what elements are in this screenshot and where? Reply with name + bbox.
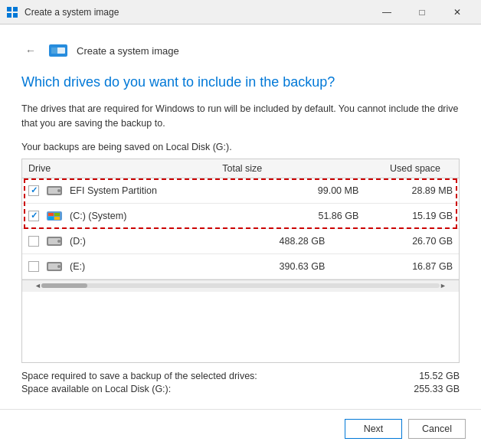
next-button[interactable]: Next — [345, 419, 402, 439]
titlebar-controls: — □ ✕ — [369, 0, 475, 25]
back-button[interactable]: ← — [21, 41, 40, 60]
svg-rect-2 — [7, 13, 11, 18]
scroll-right-arrow[interactable]: ► — [440, 282, 447, 289]
maximize-button[interactable]: □ — [404, 0, 440, 25]
col-drive: Drive — [22, 159, 120, 178]
main-question: Which drives do you want to include in t… — [21, 74, 460, 91]
drives-table: Drive Total size Used space — [22, 159, 459, 178]
col-used-space: Used space — [268, 159, 447, 178]
drive-cell: (D:) — [22, 229, 191, 254]
efi-checkbox[interactable] — [28, 185, 39, 196]
space-info: Space required to save a backup of the s… — [21, 371, 460, 397]
titlebar-title: Create a system image — [25, 7, 119, 18]
d-checkbox[interactable] — [28, 236, 39, 247]
svg-rect-12 — [54, 213, 60, 216]
table-header: Drive Total size Used space — [22, 159, 459, 178]
scroll-track — [41, 283, 440, 288]
c-total: 51.86 GB — [271, 203, 365, 228]
minimize-button[interactable]: — — [369, 0, 404, 25]
c-used: 15.19 GB — [365, 203, 459, 228]
svg-point-20 — [57, 265, 61, 268]
d-name: (D:) — [70, 236, 86, 247]
backup-location: Your backups are being saved on Local Di… — [21, 142, 460, 152]
table-row: (D:) 488.28 GB 26.70 GB — [22, 229, 459, 254]
efi-total: 99.00 MB — [271, 178, 365, 204]
space-available-row: Space available on Local Disk (G:): 255.… — [21, 384, 460, 394]
drive-cell: (C:) (System) — [22, 203, 271, 228]
app-icon — [6, 6, 18, 18]
space-required-label: Space required to save a backup of the s… — [21, 371, 257, 381]
efi-used: 28.89 MB — [365, 178, 459, 204]
space-required-value: 15.52 GB — [419, 371, 460, 381]
horizontal-scrollbar[interactable]: ◄ ► — [22, 280, 459, 292]
titlebar: Create a system image — □ ✕ — [0, 0, 481, 25]
footer: Next Cancel — [0, 409, 481, 448]
titlebar-left: Create a system image — [6, 6, 119, 18]
windows-icon — [45, 208, 64, 224]
col-scroll — [447, 159, 459, 178]
efi-name: EFI System Partition — [70, 185, 157, 196]
close-button[interactable]: ✕ — [440, 0, 475, 25]
c-checkbox[interactable] — [28, 211, 39, 221]
space-required-row: Space required to save a backup of the s… — [21, 371, 460, 381]
svg-rect-3 — [13, 13, 18, 18]
space-available-value: 255.33 GB — [414, 384, 460, 394]
e-used: 16.87 GB — [331, 253, 459, 279]
c-name: (C:) (System) — [70, 211, 126, 221]
svg-rect-11 — [48, 213, 54, 216]
dialog-content: ← Create a system image Which drives do … — [0, 25, 481, 409]
drive-cell: EFI System Partition — [22, 178, 271, 204]
e-total: 390.63 GB — [191, 253, 331, 279]
svg-point-9 — [57, 189, 61, 192]
unselected-drives-table: (D:) 488.28 GB 26.70 GB — [22, 229, 459, 280]
svg-point-17 — [57, 240, 61, 243]
drives-table-container: Drive Total size Used space — [21, 159, 460, 363]
cancel-button[interactable]: Cancel — [408, 419, 466, 439]
selected-drives-table: EFI System Partition 99.00 MB 28.89 MB — [22, 178, 459, 229]
space-available-label: Space available on Local Disk (G:): — [21, 384, 171, 394]
svg-rect-0 — [7, 7, 11, 11]
d-total: 488.28 GB — [191, 229, 331, 254]
scroll-thumb[interactable] — [41, 283, 87, 288]
table-row: (E:) 390.63 GB 16.87 GB — [22, 253, 459, 279]
svg-rect-14 — [54, 217, 60, 220]
hdd-icon — [45, 234, 64, 249]
d-used: 26.70 GB — [331, 229, 459, 254]
selected-drives-area: EFI System Partition 99.00 MB 28.89 MB — [22, 178, 459, 229]
svg-rect-6 — [51, 47, 57, 54]
svg-rect-13 — [48, 217, 54, 220]
scroll-left-arrow[interactable]: ◄ — [34, 282, 41, 289]
nav-row: ← Create a system image — [21, 40, 460, 61]
nav-title: Create a system image — [77, 45, 179, 57]
description: The drives that are required for Windows… — [21, 102, 460, 131]
hdd-icon-e — [45, 259, 64, 274]
col-total-size: Total size — [120, 159, 268, 178]
drive-cell: (E:) — [22, 253, 191, 279]
backup-icon — [47, 40, 69, 61]
e-checkbox[interactable] — [28, 261, 39, 272]
table-row: (C:) (System) 51.86 GB 15.19 GB — [22, 203, 459, 228]
table-row: EFI System Partition 99.00 MB 28.89 MB — [22, 178, 459, 204]
svg-rect-1 — [13, 7, 18, 11]
e-name: (E:) — [70, 261, 85, 272]
efi-icon — [45, 183, 64, 198]
